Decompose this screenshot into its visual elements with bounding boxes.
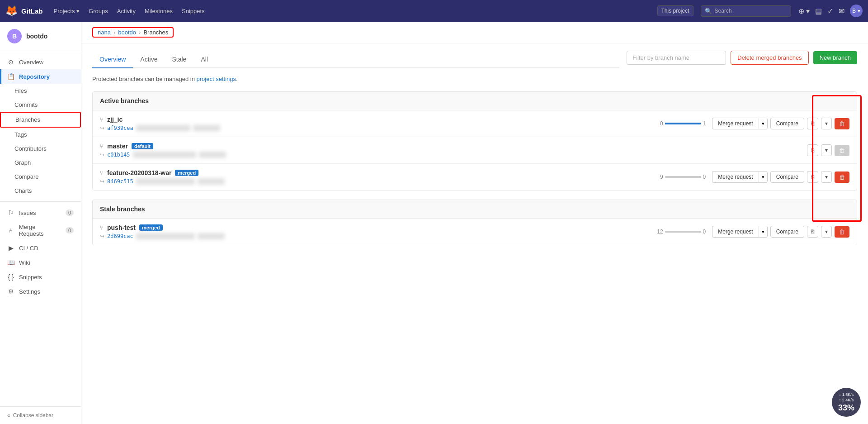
sidebar-item-charts[interactable]: Charts bbox=[0, 184, 81, 198]
branch-info: ⑂ master default ↪ c01b145 bbox=[100, 143, 807, 158]
merge-request-dropdown[interactable]: ▾ bbox=[759, 118, 768, 129]
tab-all[interactable]: All bbox=[193, 51, 215, 68]
nav-snippets[interactable]: Snippets bbox=[178, 6, 208, 16]
compare-button[interactable]: Compare bbox=[770, 226, 804, 238]
commit-hash[interactable]: 2d699cac bbox=[107, 233, 133, 239]
commit-date-blurred bbox=[199, 152, 226, 158]
panel-icon[interactable]: ▤ bbox=[815, 7, 822, 15]
project-settings-link[interactable]: project settings bbox=[197, 76, 236, 82]
sidebar-item-label: Commits bbox=[14, 101, 38, 108]
commit-hash[interactable]: af939cea bbox=[107, 125, 133, 131]
username: bootdo bbox=[26, 33, 47, 40]
sidebar-item-graph[interactable]: Graph bbox=[0, 156, 81, 170]
copy-branch-button[interactable]: ⎘ bbox=[807, 118, 818, 129]
topnav-action-icons: ⊕ ▾ ▤ ✓ ✉ B ▾ bbox=[798, 5, 863, 17]
branch-actions: 9 0 Merge request ▾ Compare ⎘ bbox=[660, 171, 849, 183]
delete-merged-button[interactable]: Delete merged branches bbox=[731, 51, 808, 65]
gitlab-logo[interactable]: 🦊 GitLab bbox=[5, 5, 43, 17]
filter-branch-input[interactable] bbox=[627, 51, 726, 65]
tab-active[interactable]: Active bbox=[133, 51, 165, 68]
merge-request-split-button: Merge request ▾ bbox=[712, 171, 767, 183]
new-branch-button[interactable]: New branch bbox=[813, 51, 857, 64]
branch-name[interactable]: master bbox=[107, 143, 128, 150]
breadcrumb-bootdo[interactable]: bootdo bbox=[118, 29, 136, 36]
sidebar-item-repository[interactable]: 📋 Repository bbox=[0, 69, 81, 84]
branch-actions: ⎘ ▾ 🗑 bbox=[807, 144, 849, 156]
sidebar-item-snippets[interactable]: { } Snippets bbox=[0, 270, 81, 284]
sidebar-item-contributors[interactable]: Contributors bbox=[0, 142, 81, 156]
delete-branch-button[interactable]: 🗑 bbox=[835, 226, 849, 238]
branch-more-button[interactable]: ▾ bbox=[821, 226, 832, 238]
todo-icon[interactable]: ✓ bbox=[827, 7, 833, 15]
copy-branch-button[interactable]: ⎘ bbox=[807, 171, 818, 183]
issues-count: 0 bbox=[66, 210, 74, 216]
collapse-sidebar-button[interactable]: « Collapse sidebar bbox=[7, 412, 74, 419]
active-branches-header: Active branches bbox=[93, 92, 857, 110]
nav-projects[interactable]: Projects ▾ bbox=[50, 6, 84, 16]
branch-name[interactable]: feature-20200318-war bbox=[107, 169, 171, 176]
branch-actions: 12 0 Merge request ▾ Compare ⎘ bbox=[657, 226, 849, 238]
tab-stale[interactable]: Stale bbox=[165, 51, 193, 68]
collapse-label: Collapse sidebar bbox=[13, 412, 53, 419]
delete-branch-button[interactable]: 🗑 bbox=[835, 118, 849, 129]
branch-more-button[interactable]: ▾ bbox=[821, 144, 832, 156]
sidebar-item-cicd[interactable]: ▶ CI / CD bbox=[0, 241, 81, 255]
mail-icon[interactable]: ✉ bbox=[839, 7, 844, 15]
delete-branch-button[interactable]: 🗑 bbox=[835, 172, 849, 183]
network-percent: 33% bbox=[838, 403, 854, 413]
copy-branch-button[interactable]: ⎘ bbox=[807, 226, 818, 238]
breadcrumb-nana[interactable]: nana bbox=[98, 29, 111, 36]
copy-branch-button[interactable]: ⎘ bbox=[807, 144, 818, 156]
breadcrumb-bar: nana › bootdo › Branches bbox=[81, 22, 868, 43]
branch-icon: ⑂ bbox=[100, 170, 104, 176]
app-name: GitLab bbox=[21, 7, 43, 15]
commit-hash[interactable]: 8469c515 bbox=[107, 178, 133, 185]
merge-request-dropdown[interactable]: ▾ bbox=[759, 171, 768, 183]
branch-more-button[interactable]: ▾ bbox=[821, 118, 832, 129]
sidebar-item-issues[interactable]: ⚐ Issues 0 bbox=[0, 205, 81, 220]
sidebar-item-overview[interactable]: ⊙ Overview bbox=[0, 55, 81, 69]
branch-name[interactable]: push-test bbox=[107, 224, 136, 231]
diverge-behind: 0 bbox=[660, 120, 663, 127]
delete-branch-button[interactable]: 🗑 bbox=[835, 145, 849, 156]
tab-overview[interactable]: Overview bbox=[92, 51, 133, 68]
sidebar-item-commits[interactable]: Commits bbox=[0, 98, 81, 112]
diverge-behind: 12 bbox=[657, 229, 663, 235]
branch-actions: 0 1 Merge request ▾ Compare ⎘ bbox=[660, 118, 849, 129]
commit-arrow-icon: ↪ bbox=[100, 152, 104, 158]
branch-name[interactable]: zjj_ic bbox=[107, 116, 123, 123]
commit-hash[interactable]: c01b145 bbox=[107, 152, 130, 158]
sidebar-item-compare[interactable]: Compare bbox=[0, 170, 81, 184]
branch-info: ⑂ zjj_ic ↪ af939cea bbox=[100, 116, 660, 131]
compare-button[interactable]: Compare bbox=[770, 118, 804, 129]
wiki-icon: 📖 bbox=[7, 259, 14, 266]
nav-activity[interactable]: Activity bbox=[113, 6, 139, 16]
commit-date-blurred bbox=[198, 178, 225, 185]
user-avatar[interactable]: B ▾ bbox=[850, 5, 863, 17]
nav-groups[interactable]: Groups bbox=[85, 6, 112, 16]
sidebar-item-wiki[interactable]: 📖 Wiki bbox=[0, 255, 81, 270]
merge-request-button[interactable]: Merge request bbox=[712, 226, 758, 238]
sidebar-item-tags[interactable]: Tags bbox=[0, 128, 81, 142]
merged-badge: merged bbox=[175, 170, 198, 176]
sidebar-item-branches[interactable]: Branches bbox=[0, 112, 81, 128]
branch-more-button[interactable]: ▾ bbox=[821, 171, 832, 183]
plus-icon[interactable]: ⊕ ▾ bbox=[798, 7, 810, 15]
search-bar[interactable]: 🔍 Search bbox=[701, 5, 791, 17]
sidebar-item-label: Files bbox=[14, 87, 27, 94]
merge-request-button[interactable]: Merge request bbox=[712, 118, 758, 129]
nav-milestones[interactable]: Milestones bbox=[141, 6, 176, 16]
merged-badge: merged bbox=[139, 224, 163, 231]
this-project-button[interactable]: This project bbox=[657, 5, 693, 16]
sidebar-item-merge-requests[interactable]: ⑃ Merge Requests 0 bbox=[0, 220, 81, 241]
merge-request-button[interactable]: Merge request bbox=[712, 171, 758, 183]
sidebar-item-settings[interactable]: ⚙ Settings bbox=[0, 284, 81, 299]
topnav: 🦊 GitLab Projects ▾ Groups Activity Mile… bbox=[0, 0, 868, 22]
merge-request-dropdown[interactable]: ▾ bbox=[759, 226, 768, 238]
repository-icon: 📋 bbox=[7, 73, 14, 80]
sidebar-item-files[interactable]: Files bbox=[0, 84, 81, 98]
compare-button[interactable]: Compare bbox=[770, 171, 804, 183]
commit-arrow-icon: ↪ bbox=[100, 233, 104, 239]
page-content: Overview Active Stale All Delete merged … bbox=[81, 43, 868, 262]
table-row: ⑂ push-test merged ↪ 2d699cac bbox=[93, 219, 857, 245]
